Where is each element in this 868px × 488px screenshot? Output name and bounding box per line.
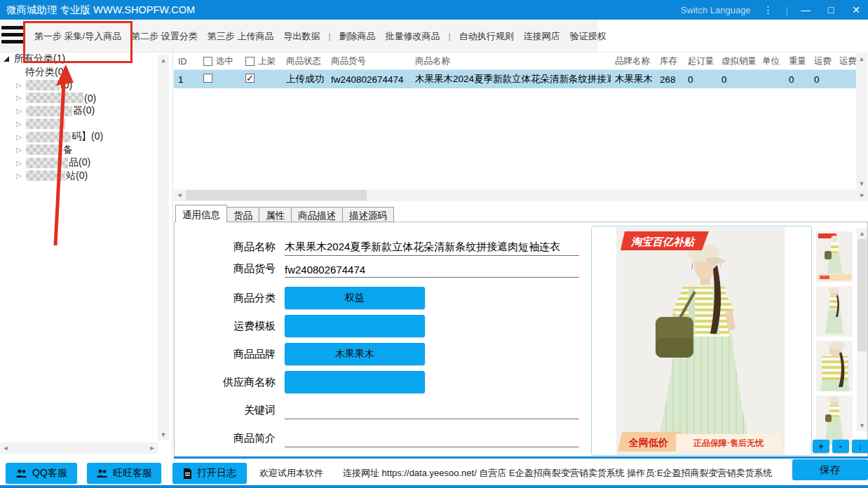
tab-2[interactable]: 属性: [259, 207, 292, 222]
tree-collapse-icon[interactable]: ▷: [14, 146, 24, 154]
tree-item[interactable]: ▷器(0): [0, 104, 172, 118]
tree-horizontal-scrollbar[interactable]: ◄ ►: [0, 442, 158, 454]
tree-item[interactable]: ▷品(0): [0, 156, 172, 170]
product-thumbnail-2[interactable]: [816, 286, 853, 337]
row-select-checkbox[interactable]: [203, 74, 212, 83]
scroll-right-icon[interactable]: ►: [857, 189, 868, 201]
close-button[interactable]: ✕: [848, 4, 864, 15]
field-input[interactable]: fw240802674474: [285, 259, 579, 278]
scrollbar-thumb[interactable]: [186, 190, 367, 201]
product-thumbnail-1[interactable]: [816, 231, 853, 282]
row-listed-checkbox[interactable]: [245, 74, 255, 83]
tree-item[interactable]: ▷码】(0): [0, 130, 172, 144]
tree-collapse-icon[interactable]: ▷: [14, 172, 24, 179]
scroll-down-icon[interactable]: ▼: [857, 420, 867, 431]
cell-checkbox[interactable]: [199, 74, 241, 85]
tree-item[interactable]: ▷(0): [0, 79, 172, 92]
hamburger-menu-icon[interactable]: [1, 26, 24, 46]
thumbnail-scrollbar[interactable]: ▲ ▼: [857, 228, 867, 431]
scroll-up-icon[interactable]: ▲: [857, 228, 867, 239]
column-header[interactable]: 库存: [656, 55, 684, 67]
column-header[interactable]: 单位: [758, 55, 785, 67]
tab-3[interactable]: 商品描述: [291, 207, 343, 222]
menu-item-3[interactable]: 导出数据: [278, 26, 325, 47]
remove-image-button[interactable]: -: [832, 440, 849, 453]
tree-item[interactable]: 所有分类(1): [0, 53, 172, 66]
tab-0[interactable]: 通用信息: [175, 205, 227, 222]
tree-item[interactable]: 待分类(0): [0, 66, 172, 79]
menu-item-8[interactable]: 自动执行规则: [454, 26, 519, 47]
scroll-down-icon[interactable]: ▼: [856, 178, 867, 189]
field-input[interactable]: [285, 401, 579, 419]
menu-item-6[interactable]: 批量修改商品: [381, 26, 445, 47]
field-input[interactable]: 木果果木2024夏季新款立体花朵清新条纹拼接遮肉短袖连衣: [285, 238, 579, 256]
scroll-down-icon[interactable]: ▼: [158, 429, 169, 440]
tree-collapse-icon[interactable]: ▷: [14, 107, 24, 115]
column-header[interactable]: 品牌名称: [611, 55, 656, 67]
menu-item-2[interactable]: 第三步 上传商品: [203, 26, 279, 47]
menu-item-10[interactable]: 验证授权: [565, 26, 611, 47]
cell-checkbox[interactable]: [241, 74, 282, 85]
add-image-button[interactable]: +: [813, 440, 829, 453]
tree-expand-icon[interactable]: [3, 56, 13, 62]
more-menu-icon[interactable]: ⋮: [761, 4, 776, 15]
column-header[interactable]: 重量: [785, 55, 810, 67]
grid-horizontal-scrollbar[interactable]: ◄ ►: [174, 189, 868, 201]
scroll-up-icon[interactable]: ▲: [856, 53, 867, 65]
tree-item[interactable]: ▷(0): [0, 92, 172, 105]
scroll-left-icon[interactable]: ◄: [174, 189, 185, 201]
scroll-up-icon[interactable]: ▲: [158, 55, 169, 66]
column-header[interactable]: 起订量: [684, 55, 717, 67]
tree-vertical-scrollbar[interactable]: ▲ ▼: [158, 55, 169, 440]
tree-item[interactable]: ▷站(0): [0, 170, 172, 183]
scroll-left-icon[interactable]: ◄: [0, 442, 11, 454]
table-row[interactable]: 1上传成功fw240802674474木果果木2024夏季新款立体花朵清新条纹拼…: [174, 70, 856, 88]
header-checkbox[interactable]: [245, 57, 255, 66]
tab-1[interactable]: 货品: [226, 207, 259, 222]
field-button[interactable]: [285, 315, 425, 337]
tree-collapse-icon[interactable]: ▷: [14, 94, 24, 102]
column-header-label: 上架: [258, 55, 276, 67]
maximize-button[interactable]: □: [823, 4, 839, 15]
field-input[interactable]: [285, 429, 579, 447]
menu-item-5[interactable]: 删除商品: [334, 26, 381, 47]
field-button[interactable]: 权益: [285, 287, 425, 309]
column-header[interactable]: ID: [174, 57, 199, 67]
category-tree: 所有分类(1)待分类(0)▷(0)▷(0)▷器(0)▷▷码】(0)▷备▷品(0)…: [0, 53, 172, 182]
menu-item-9[interactable]: 连接网店: [519, 26, 565, 47]
move-image-down-button[interactable]: ↓: [852, 440, 868, 453]
product-thumbnail-3[interactable]: [816, 341, 853, 391]
field-label: 运费模板: [175, 320, 276, 333]
qq-support-button[interactable]: QQ客服: [6, 463, 77, 484]
tab-4[interactable]: 描述源码: [342, 207, 394, 222]
product-image[interactable]: 淘宝百亿补贴 全网低价 正品保障·售后无忧: [616, 227, 785, 455]
column-header[interactable]: 选中: [199, 55, 241, 67]
product-thumbnail-4[interactable]: [816, 395, 853, 446]
tree-item[interactable]: ▷备: [0, 144, 172, 157]
tree-item[interactable]: ▷: [0, 118, 172, 131]
wangwang-support-button[interactable]: 旺旺客服: [87, 463, 161, 484]
column-header[interactable]: 上架: [241, 55, 282, 67]
menu-item-0[interactable]: 第一步 采集/导入商品: [29, 26, 126, 47]
field-button[interactable]: [285, 371, 425, 393]
tree-collapse-icon[interactable]: ▷: [14, 133, 24, 141]
grid-vertical-scrollbar[interactable]: ▲ ▼: [856, 53, 867, 189]
column-header[interactable]: 运费模板: [835, 55, 856, 67]
open-log-button[interactable]: 打开日志: [172, 463, 247, 484]
header-checkbox[interactable]: [203, 57, 212, 66]
switch-language-button[interactable]: Switch Language: [681, 5, 751, 15]
column-header[interactable]: 商品名称: [411, 55, 611, 67]
tree-collapse-icon[interactable]: ▷: [14, 120, 24, 128]
column-header[interactable]: 运费: [810, 55, 835, 67]
minimize-button[interactable]: —: [798, 4, 813, 15]
scrollbar-thumb[interactable]: [857, 239, 867, 351]
column-header[interactable]: 虚拟销量: [717, 55, 758, 67]
column-header[interactable]: 商品货号: [327, 55, 411, 67]
tree-collapse-icon[interactable]: ▷: [14, 81, 24, 89]
tree-collapse-icon[interactable]: ▷: [14, 159, 24, 167]
save-button[interactable]: 保存: [792, 459, 868, 480]
menu-item-1[interactable]: 第二步 设置分类: [126, 26, 203, 47]
field-button[interactable]: 木果果木: [285, 343, 425, 365]
column-header[interactable]: 商品状态: [282, 55, 327, 67]
scroll-right-icon[interactable]: ►: [147, 442, 158, 454]
